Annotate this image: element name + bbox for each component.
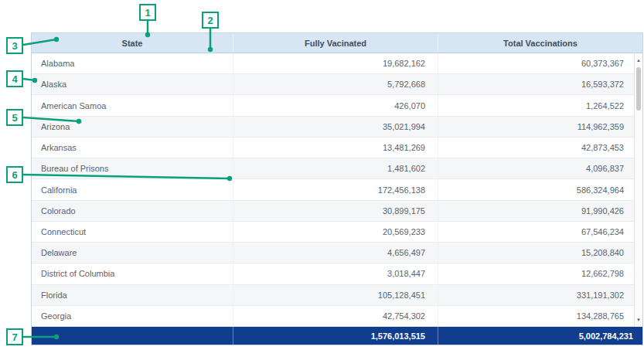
cell-total-vaccinations: 12,662,798 <box>438 263 642 284</box>
column-header-state[interactable]: State <box>32 33 233 53</box>
cell-state: Alabama <box>32 53 233 73</box>
scroll-down-button[interactable]: ▼ <box>635 314 642 325</box>
cell-fully-vaccinated: 4,656,497 <box>233 243 438 263</box>
column-header-total-vaccinations[interactable]: Total Vaccinations <box>438 33 642 53</box>
table-row[interactable]: Arizona 35,021,994 114,962,359 <box>32 117 642 138</box>
cell-total-vaccinations: 67,546,234 <box>438 222 642 242</box>
table-row[interactable]: Bureau of Prisons 1,481,602 4,096,837 <box>32 158 642 179</box>
table-row[interactable]: Florida 105,128,451 331,191,302 <box>32 285 642 306</box>
annotation-marker-5: 5 <box>6 109 23 126</box>
annotation-marker-2: 2 <box>202 12 219 29</box>
cell-total-vaccinations: 4,096,837 <box>438 158 642 178</box>
cell-total-vaccinations: 1,264,522 <box>438 95 642 115</box>
totals-row: 1,576,013,515 5,002,784,231 <box>32 327 642 345</box>
table-row[interactable]: Delaware 4,656,497 15,208,840 <box>32 243 642 263</box>
table-row[interactable]: American Samoa 426,070 1,264,522 <box>32 95 642 116</box>
column-header-fully-vaccinated[interactable]: Fully Vacinated <box>233 33 438 53</box>
cell-state: Florida <box>32 285 233 305</box>
table-body: Alabama 19,682,162 60,373,367 Alaska 5,7… <box>32 53 642 327</box>
cell-state: Arkansas <box>32 138 233 158</box>
cell-total-vaccinations: 114,962,359 <box>438 117 642 137</box>
table-row[interactable]: Alaska 5,792,668 16,593,372 <box>32 74 642 95</box>
cell-fully-vaccinated: 105,128,451 <box>233 285 438 305</box>
cell-state: Delaware <box>32 243 233 263</box>
table-row[interactable]: Arkansas 13,481,269 42,873,453 <box>32 138 642 158</box>
cell-total-vaccinations: 16,593,372 <box>438 74 642 94</box>
table-row[interactable]: Connecticut 20,569,233 67,546,234 <box>32 222 642 243</box>
scrollbar-thumb[interactable] <box>636 67 641 110</box>
cell-fully-vaccinated: 1,481,602 <box>233 158 438 178</box>
cell-fully-vaccinated: 35,021,994 <box>233 117 438 137</box>
cell-state: Connecticut <box>32 222 233 242</box>
cell-fully-vaccinated: 30,899,175 <box>233 201 438 221</box>
cell-fully-vaccinated: 13,481,269 <box>233 138 438 158</box>
cell-fully-vaccinated: 5,792,668 <box>233 74 438 94</box>
cell-total-vaccinations: 15,208,840 <box>438 243 642 263</box>
cell-total-vaccinations: 91,990,426 <box>438 201 642 221</box>
annotation-marker-3: 3 <box>6 37 23 54</box>
cell-total-vaccinations: 331,191,302 <box>438 285 642 305</box>
cell-state: District of Columbia <box>32 263 233 284</box>
cell-state: Arizona <box>32 117 233 137</box>
cell-state: California <box>32 179 233 199</box>
scroll-down-icon: ▼ <box>636 318 641 322</box>
data-table: State Fully Vacinated Total Vaccinations… <box>31 32 643 345</box>
cell-state: Georgia <box>32 306 233 326</box>
cell-state: Colorado <box>32 201 233 221</box>
cell-fully-vaccinated: 19,682,162 <box>233 53 438 73</box>
table-row[interactable]: Colorado 30,899,175 91,990,426 <box>32 201 642 222</box>
annotation-marker-6: 6 <box>6 166 23 183</box>
cell-total-vaccinations: 134,288,765 <box>438 306 642 326</box>
table-header-row: State Fully Vacinated Total Vaccinations <box>32 33 642 53</box>
annotation-marker-1: 1 <box>139 4 156 21</box>
cell-fully-vaccinated: 172,456,138 <box>233 179 438 199</box>
totals-fully-vaccinated: 1,576,013,515 <box>233 327 438 345</box>
table-row[interactable]: District of Columbia 3,018,447 12,662,79… <box>32 263 642 284</box>
cell-fully-vaccinated: 3,018,447 <box>233 263 438 284</box>
cell-total-vaccinations: 586,324,964 <box>438 179 642 199</box>
annotation-marker-7: 7 <box>6 328 23 345</box>
cell-state: Bureau of Prisons <box>32 158 233 178</box>
cell-state: Alaska <box>32 74 233 94</box>
totals-state-cell <box>32 327 233 345</box>
table-row[interactable]: California 172,456,138 586,324,964 <box>32 179 642 200</box>
cell-total-vaccinations: 42,873,453 <box>438 138 642 158</box>
table-row[interactable]: Alabama 19,682,162 60,373,367 <box>32 53 642 74</box>
cell-fully-vaccinated: 426,070 <box>233 95 438 115</box>
totals-total-vaccinations: 5,002,784,231 <box>438 327 642 345</box>
vertical-scrollbar[interactable]: ▲ ▼ <box>634 53 642 327</box>
annotation-marker-4: 4 <box>6 70 23 87</box>
cell-fully-vaccinated: 20,569,233 <box>233 222 438 242</box>
table-row[interactable]: Georgia 42,754,302 134,288,765 <box>32 306 642 327</box>
cell-total-vaccinations: 60,373,367 <box>438 53 642 73</box>
scroll-up-button[interactable]: ▲ <box>635 55 642 66</box>
cell-fully-vaccinated: 42,754,302 <box>233 306 438 326</box>
cell-state: American Samoa <box>32 95 233 115</box>
scroll-up-icon: ▲ <box>636 58 641 63</box>
